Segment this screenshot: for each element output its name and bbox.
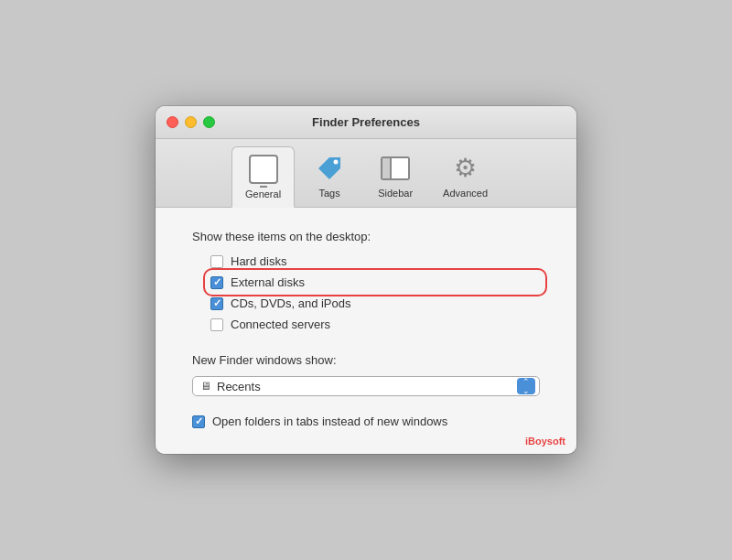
- general-icon: [247, 153, 280, 186]
- tags-icon: [313, 152, 346, 185]
- tab-sidebar[interactable]: Sidebar: [364, 146, 426, 207]
- title-bar: Finder Preferences: [156, 106, 576, 139]
- close-button[interactable]: [167, 116, 178, 128]
- desktop-section-label: Show these items on the desktop:: [192, 230, 540, 243]
- advanced-icon: ⚙: [449, 152, 482, 185]
- new-finder-label: New Finder windows show:: [192, 353, 540, 367]
- cds-dvds-row: CDs, DVDs, and iPods: [210, 296, 540, 310]
- external-disks-row: External disks: [210, 275, 540, 289]
- external-disks-checkbox[interactable]: [210, 276, 223, 289]
- tab-sidebar-label: Sidebar: [378, 188, 413, 199]
- hard-disks-label: Hard disks: [231, 254, 286, 268]
- sidebar-icon: [379, 152, 412, 185]
- connected-servers-row: Connected servers: [210, 318, 540, 331]
- connected-servers-checkbox[interactable]: [210, 318, 223, 331]
- svg-point-0: [334, 160, 339, 165]
- hard-disks-row: Hard disks: [210, 254, 540, 268]
- toolbar: General Tags Sidebar: [156, 139, 576, 208]
- cds-dvds-checkbox[interactable]: [210, 297, 223, 310]
- cds-dvds-label: CDs, DVDs, and iPods: [231, 296, 351, 310]
- dropdown-row: 🖥 Recents: [192, 376, 540, 396]
- connected-servers-label: Connected servers: [231, 318, 330, 331]
- desktop-checkboxes: Hard disks External disks CDs, DVDs, and…: [210, 254, 540, 331]
- tab-tags-label: Tags: [318, 188, 339, 199]
- open-folders-checkbox[interactable]: [192, 415, 205, 428]
- dropdown-value: Recents: [217, 380, 261, 393]
- finder-preferences-window: Finder Preferences General Tags: [156, 106, 576, 454]
- open-folders-row: Open folders in tabs instead of new wind…: [192, 415, 540, 428]
- content-area: Show these items on the desktop: Hard di…: [156, 208, 576, 454]
- dropdown-arrow-icon: [517, 378, 535, 394]
- open-folders-label: Open folders in tabs instead of new wind…: [212, 415, 447, 428]
- tab-advanced[interactable]: ⚙ Advanced: [430, 146, 501, 207]
- hard-disks-checkbox[interactable]: [210, 255, 223, 268]
- watermark: iBoysoft: [525, 436, 565, 447]
- minimize-button[interactable]: [185, 116, 197, 128]
- maximize-button[interactable]: [203, 116, 215, 128]
- tab-advanced-label: Advanced: [443, 188, 488, 199]
- recents-icon: 🖥: [200, 380, 211, 393]
- new-finder-dropdown[interactable]: 🖥 Recents: [192, 376, 540, 396]
- tab-tags[interactable]: Tags: [298, 146, 361, 207]
- window-title: Finder Preferences: [312, 115, 420, 129]
- tab-general-label: General: [245, 188, 281, 199]
- external-disks-label: External disks: [231, 275, 305, 289]
- traffic-lights: [167, 116, 215, 128]
- tab-general[interactable]: General: [231, 146, 295, 208]
